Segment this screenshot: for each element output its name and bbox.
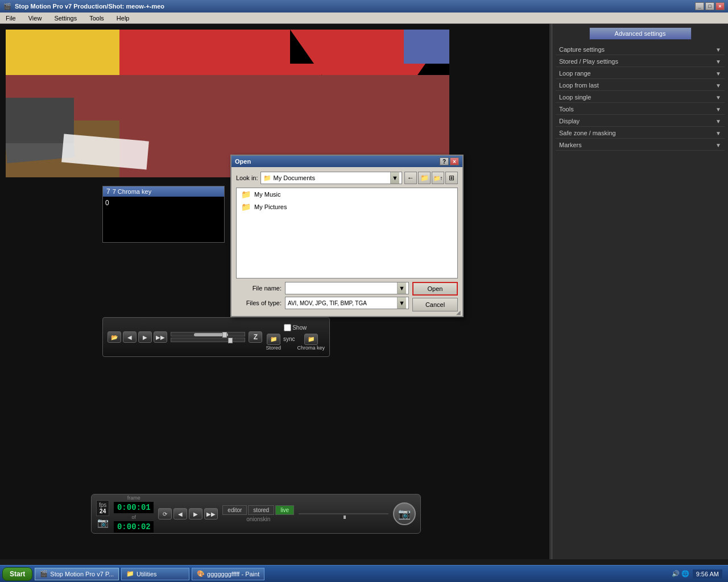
chevron-down-icon: ▼ (715, 94, 721, 101)
show-checkbox[interactable] (284, 324, 291, 331)
menu-file[interactable]: File (2, 14, 19, 23)
frame-label: frame (127, 495, 140, 501)
taskbar-item-smp[interactable]: 🎬 Stop Motion Pro v7 P... (35, 568, 119, 580)
loop-single-row[interactable]: Loop single ▼ (556, 92, 725, 103)
speed-slider[interactable] (171, 332, 245, 336)
resize-handle[interactable]: ◢ (454, 308, 462, 316)
fps-label: fps (99, 502, 106, 508)
editor-button[interactable]: editor (222, 505, 247, 515)
taskbar-icon-smp: 🎬 (40, 570, 48, 577)
advanced-settings-button[interactable]: Advanced settings (589, 27, 692, 40)
tools-label: Tools (559, 106, 574, 113)
vertical-divider[interactable] (549, 24, 552, 559)
minimize-button[interactable]: _ (695, 2, 704, 10)
view-toggle-button[interactable]: ⊞ (445, 172, 458, 184)
stored-play-settings-row[interactable]: Stored / Play settings ▼ (556, 56, 725, 67)
file-item[interactable]: 📁 My Pictures (237, 201, 457, 213)
time-section: frame 0:00:01 of 0:00:02 (114, 495, 154, 533)
go-back-button[interactable]: ← (404, 172, 417, 184)
dialog-help-button[interactable]: ? (440, 157, 449, 165)
up-folder-button[interactable]: 📁↑ (432, 172, 444, 184)
stored-btn-row: 📁 Stored sync 📁 Chroma key (266, 334, 325, 351)
chevron-down-icon: ▼ (715, 82, 721, 89)
look-in-combo[interactable]: 📁 My Documents ▼ (260, 172, 402, 184)
open-dialog: Open ? × Look in: 📁 My Documents ▼ ← (230, 155, 464, 317)
taskbar-right: 🔊 🌐 9:56 AM (672, 569, 726, 579)
filetype-label: Files of type: (236, 300, 282, 306)
opacity-slider[interactable] (171, 338, 245, 342)
filetype-combo[interactable]: AVI, MOV, JPG, TIF, BMP, TGA ▼ (285, 297, 409, 309)
refresh-button[interactable]: ⟳ (158, 508, 172, 519)
menubar: File View Settings Tools Help (0, 13, 728, 24)
markers-label: Markers (559, 142, 582, 148)
show-checkbox-row: Show (284, 324, 307, 331)
filetype-combo-arrow[interactable]: ▼ (397, 297, 406, 309)
chroma-panel: 7 7 Chroma key 0 (102, 186, 225, 243)
file-item[interactable]: 📁 My Music (237, 188, 457, 201)
time-display-1: 0:00:01 (114, 502, 154, 513)
play-button[interactable]: ▶ (138, 331, 152, 343)
stored-section: 📁 Stored (266, 334, 281, 351)
fast-forward-button[interactable]: ▶▶ (204, 508, 218, 519)
live-button[interactable]: live (275, 505, 294, 515)
chroma-section: 📁 Chroma key (297, 334, 325, 351)
dialog-fields: File name: ▼ Files of type: AVI, MOV, JP… (236, 282, 409, 311)
menu-help[interactable]: Help (113, 14, 133, 23)
time-display-2: 0:00:02 (114, 521, 154, 533)
loop-from-last-label: Loop from last (559, 82, 599, 89)
maximize-button[interactable]: □ (705, 2, 714, 10)
rewind-button[interactable]: ◀ (173, 508, 187, 519)
chevron-down-icon: ▼ (715, 70, 721, 77)
safe-zone-row[interactable]: Safe zone / masking ▼ (556, 128, 725, 139)
stored-load-button[interactable]: 📁 (267, 334, 280, 345)
play-forward-button[interactable]: ▶ (189, 508, 202, 519)
small-transport: 📂 ◀ ▶ ▶▶ Z Show (102, 317, 330, 357)
loop-range-row[interactable]: Loop range ▼ (556, 68, 725, 79)
look-in-arrow[interactable]: ▼ (390, 172, 399, 184)
titlebar-left: 🎬 Stop Motion Pro v7 Production/Shot: me… (3, 3, 164, 10)
chroma-panel-body: 0 (103, 197, 224, 242)
filename-combo[interactable]: ▼ (285, 282, 409, 294)
taskbar-item-paint[interactable]: 🎨 gggggggfffff - Paint (192, 568, 264, 580)
taskbar-label-smp: Stop Motion Pro v7 P... (50, 571, 114, 577)
new-folder-button[interactable]: 📁 (418, 172, 431, 184)
taskbar-item-utilities[interactable]: 📁 Utilities (121, 568, 189, 580)
menu-tools[interactable]: Tools (86, 14, 107, 23)
close-button[interactable]: × (715, 2, 725, 10)
folder-icon: 📁 (241, 202, 251, 211)
taskbar-label-utilities: Utilities (136, 571, 156, 577)
filename-combo-arrow[interactable]: ▼ (397, 282, 406, 294)
menu-view[interactable]: View (25, 14, 46, 23)
system-tray: 🔊 🌐 (672, 570, 689, 577)
camera-icon: 📷 (97, 517, 109, 528)
app-icon: 🎬 (3, 3, 11, 10)
menu-settings[interactable]: Settings (51, 14, 80, 23)
display-row[interactable]: Display ▼ (556, 116, 725, 127)
sync-section: sync (283, 334, 295, 351)
open-button[interactable]: Open (412, 282, 458, 296)
small-transport-labels: Show 📁 Stored sync 📁 Chroma key (266, 324, 325, 351)
look-in-value: My Documents (274, 174, 315, 181)
tools-row[interactable]: Tools ▼ (556, 104, 725, 115)
fps-section: fps 24 📷 (96, 500, 109, 528)
display-label: Display (559, 118, 580, 124)
start-button[interactable]: Start (2, 567, 32, 581)
transport-bar: fps 24 📷 frame 0:00:01 of 0:00:02 ⟳ ◀ ▶ … (91, 494, 421, 534)
markers-row[interactable]: Markers ▼ (556, 140, 725, 151)
prev-button[interactable]: ◀ (123, 331, 136, 343)
stored-mode-button[interactable]: stored (248, 505, 274, 515)
loop-from-last-row[interactable]: Loop from last ▼ (556, 80, 725, 91)
look-in-row: Look in: 📁 My Documents ▼ ← 📁 📁↑ ⊞ (236, 172, 458, 184)
dialog-close-button[interactable]: × (450, 157, 459, 165)
open-file-button[interactable]: 📂 (107, 331, 121, 343)
titlebar: 🎬 Stop Motion Pro v7 Production/Shot: me… (0, 0, 728, 13)
progress-bar[interactable] (299, 513, 388, 514)
cancel-button[interactable]: Cancel (412, 298, 458, 311)
capture-settings-row[interactable]: Capture settings ▼ (556, 44, 725, 55)
mode-buttons: editor stored live onionskin (222, 505, 294, 522)
next-button[interactable]: ▶▶ (154, 331, 167, 343)
z-button[interactable]: Z (249, 331, 262, 343)
chroma-load-button[interactable]: 📁 (304, 334, 318, 345)
titlebar-controls: _ □ × (695, 2, 725, 10)
camera-capture-button[interactable]: 📷 (393, 502, 416, 525)
